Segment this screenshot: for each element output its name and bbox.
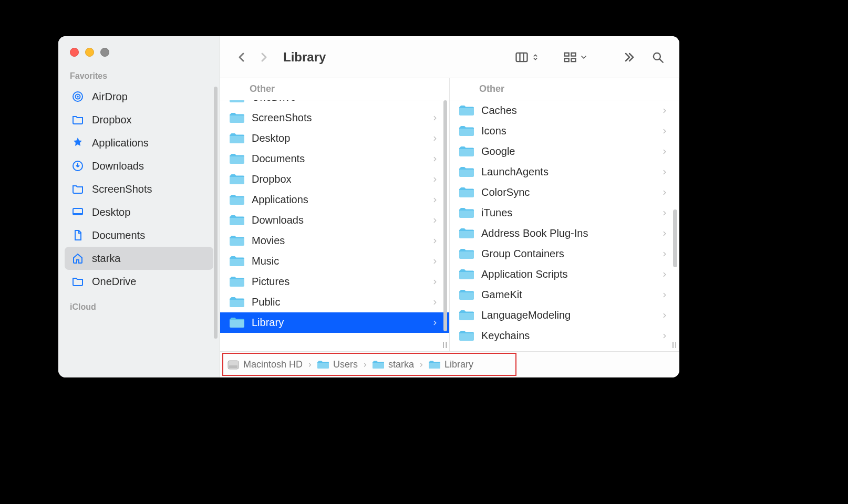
sidebar-item-documents[interactable]: Documents [65,224,213,247]
folder-label: Public [252,296,424,308]
chevron-right-icon [661,271,668,278]
sidebar-item-downloads[interactable]: Downloads [65,154,213,177]
breadcrumb-label: Library [444,359,473,370]
minimize-window-button[interactable] [85,48,94,57]
folder-label: Dropbox [252,173,424,185]
breadcrumb-label: Users [333,359,358,370]
home-icon [71,251,85,265]
folder-row[interactable]: Desktop [220,128,449,149]
folder-row[interactable]: LaunchAgents [450,162,679,182]
folder-row[interactable]: Keychains [450,326,679,346]
chevron-right-icon [431,196,439,204]
disk-icon [227,360,239,370]
chevron-right-icon [661,312,668,319]
close-window-button[interactable] [70,48,79,57]
folder-label: Documents [252,153,424,165]
folder-icon [230,133,244,144]
sidebar-item-applications[interactable]: Applications [65,131,213,154]
column-scrollbar[interactable] [443,100,447,331]
folder-row[interactable]: ScreenShots [220,108,449,128]
sidebar-item-airdrop[interactable]: AirDrop [65,85,213,108]
breadcrumb-item[interactable]: Library [429,359,473,370]
folder-row[interactable]: Caches [450,100,679,121]
chevron-right-icon [661,209,668,217]
sidebar-item-starka[interactable]: starka [65,247,213,270]
folder-row[interactable]: Applications [220,190,449,210]
sidebar-item-label: ScreenShots [92,183,152,195]
folder-label: Desktop [252,132,424,144]
folder-icon [230,215,244,226]
folder-icon [230,174,244,185]
folder-row[interactable]: Movies [220,230,449,251]
folder-icon [459,207,474,219]
group-by-button[interactable] [563,50,588,65]
breadcrumb-item[interactable]: Users [317,359,358,370]
folder-label: OneDrive [252,100,424,103]
folder-icon [459,289,474,301]
folder-row[interactable]: Library [220,312,449,333]
folder-row[interactable]: Address Book Plug-Ins [450,223,679,244]
folder-label: Applications [252,194,424,206]
folder-row[interactable]: Downloads [220,210,449,230]
sidebar-item-label: AirDrop [92,91,128,103]
folder-label: Library [252,317,424,329]
sidebar-item-screenshots[interactable]: ScreenShots [65,177,213,201]
breadcrumb-item[interactable]: Macintosh HD [227,359,303,370]
folder-icon [459,146,474,158]
forward-button[interactable] [255,48,273,66]
folder-label: ScreenShots [252,112,424,124]
folder-icon [459,310,474,321]
sidebar-item-label: starka [92,253,120,265]
sidebar-item-dropbox[interactable]: Dropbox [65,108,213,131]
zoom-window-button[interactable] [100,48,109,57]
view-mode-button[interactable] [514,50,540,65]
toolbar-overflow-button[interactable] [623,51,635,64]
folder-icon [230,235,244,247]
folder-row[interactable]: Public [220,292,449,312]
folder-label: LanguageModeling [481,309,654,321]
folder-row[interactable]: Google [450,141,679,162]
folder-icon [230,276,244,288]
back-button[interactable] [233,48,251,66]
sidebar-scrollbar[interactable] [214,87,218,339]
sidebar-item-label: Dropbox [92,114,132,126]
folder-row[interactable]: ColorSync [450,182,679,203]
folder-row[interactable]: OneDrive [220,100,449,108]
breadcrumb-separator [418,362,425,368]
folder-row[interactable]: Icons [450,121,679,141]
chevron-right-icon [661,128,668,135]
folder-row[interactable]: Pictures [220,271,449,292]
chevron-right-icon [431,278,439,286]
column-resize-handle[interactable]: || [672,340,678,348]
column-resize-handle[interactable]: || [442,340,448,348]
folder-row[interactable]: Music [220,251,449,271]
folder-label: iTunes [481,207,654,219]
folder-icon [230,153,244,165]
folder-row[interactable]: Dropbox [220,169,449,190]
folder-row[interactable]: GameKit [450,285,679,305]
folder-label: Downloads [252,214,424,226]
folder-label: Group Containers [481,248,654,260]
folder-label: Application Scripts [481,268,654,280]
folder-icon [459,330,474,342]
sidebar-item-desktop[interactable]: Desktop [65,201,213,224]
folder-row[interactable]: Group Containers [450,244,679,264]
folder-label: Pictures [252,276,424,288]
folder-icon [230,100,244,103]
folder-label: Address Book Plug-Ins [481,227,654,239]
folder-icon [230,194,244,206]
folder-row[interactable]: Documents [220,149,449,169]
folder-icon [429,360,440,370]
toolbar: Library [220,36,679,78]
window-controls [58,36,220,62]
folder-row[interactable]: Application Scripts [450,264,679,285]
sidebar-item-label: Desktop [92,206,130,218]
main-scrollbar[interactable] [673,209,677,267]
chevron-right-icon [431,100,439,101]
breadcrumb-item[interactable]: starka [373,359,414,370]
folder-row[interactable]: LanguageModeling [450,305,679,326]
folder-row[interactable]: iTunes [450,203,679,223]
sidebar-item-onedrive[interactable]: OneDrive [65,270,213,293]
search-button[interactable] [649,48,667,66]
chevron-right-icon [661,169,668,176]
